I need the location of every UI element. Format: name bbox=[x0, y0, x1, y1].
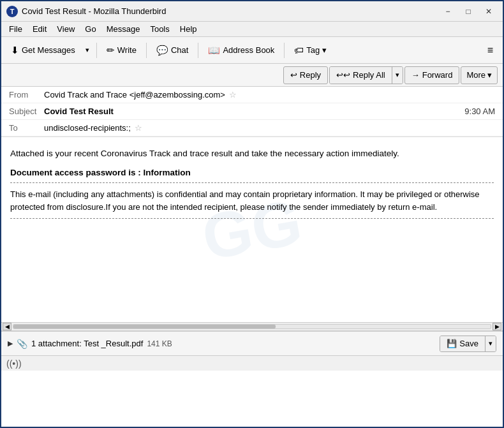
tag-icon: 🏷 bbox=[294, 45, 304, 55]
subject-row: Subject Covid Test Result 9:30 AM bbox=[1, 103, 503, 120]
toolbar-separator-3 bbox=[198, 43, 198, 58]
menu-edit[interactable]: Edit bbox=[27, 23, 52, 35]
dashed-divider-1 bbox=[10, 182, 494, 183]
subject-value: Covid Test Result bbox=[44, 107, 114, 116]
write-button[interactable]: ✏ Write bbox=[101, 40, 142, 61]
toolbar-separator-4 bbox=[284, 43, 285, 58]
confidential-text: This e-mail (including any attachments) … bbox=[10, 188, 494, 213]
more-button[interactable]: More ▾ bbox=[461, 66, 498, 84]
attachment-expand-icon[interactable]: ▶ bbox=[8, 339, 13, 348]
tag-label: Tag bbox=[306, 45, 320, 55]
reply-all-split: ↩↩ Reply All ▾ bbox=[329, 66, 403, 84]
scroll-thumb[interactable] bbox=[13, 325, 276, 328]
address-book-label: Address Book bbox=[223, 45, 274, 55]
attachment-filename: 1 attachment: Test _Result.pdf bbox=[31, 339, 143, 348]
scroll-track[interactable] bbox=[13, 324, 491, 329]
reply-all-icon: ↩↩ bbox=[336, 70, 350, 80]
title-bar: T Covid Test Result - Mozilla Thunderbir… bbox=[1, 1, 503, 22]
hamburger-button[interactable]: ≡ bbox=[482, 40, 499, 61]
toolbar-separator-1 bbox=[96, 43, 97, 58]
maximize-button[interactable]: □ bbox=[459, 5, 477, 18]
reply-label: Reply bbox=[300, 70, 321, 80]
chat-label: Chat bbox=[171, 45, 188, 55]
tag-button[interactable]: 🏷 Tag ▾ bbox=[288, 40, 332, 61]
write-icon: ✏ bbox=[107, 45, 115, 56]
from-star-icon[interactable]: ☆ bbox=[229, 90, 237, 100]
menu-bar: File Edit View Go Message Tools Help bbox=[1, 22, 503, 37]
subject-label: Subject bbox=[9, 107, 44, 116]
forward-label: Forward bbox=[422, 70, 453, 80]
dashed-divider-2 bbox=[10, 218, 494, 219]
forward-icon: → bbox=[411, 70, 420, 80]
address-book-icon: 📖 bbox=[208, 45, 220, 56]
save-label: Save bbox=[459, 339, 478, 348]
attachment-bar: ▶ 📎 1 attachment: Test _Result.pdf 141 K… bbox=[1, 331, 503, 355]
action-bar: ↩ Reply ↩↩ Reply All ▾ → Forward More ▾ bbox=[1, 64, 503, 87]
toolbar-separator-2 bbox=[146, 43, 147, 58]
attachment-size: 141 KB bbox=[147, 339, 172, 348]
body-password-line: Document access password is : Informatio… bbox=[10, 168, 494, 177]
email-body-inner: Attached is your recent Coronavirus Trac… bbox=[10, 147, 494, 219]
scroll-right-arrow[interactable]: ▶ bbox=[493, 323, 501, 330]
menu-message[interactable]: Message bbox=[101, 23, 145, 35]
to-star-icon[interactable]: ☆ bbox=[135, 123, 142, 133]
from-label: From bbox=[9, 90, 44, 100]
to-value: undisclosed-recipients:; bbox=[44, 123, 131, 133]
more-dropdown-arrow: ▾ bbox=[487, 70, 492, 80]
save-split-button: 💾 Save ▾ bbox=[440, 336, 496, 352]
app-icon: T bbox=[6, 6, 18, 17]
menu-help[interactable]: Help bbox=[175, 23, 202, 35]
get-messages-button[interactable]: ⬇ Get Messages bbox=[5, 40, 81, 61]
scroll-left-arrow[interactable]: ◀ bbox=[3, 323, 11, 330]
email-content-area: GG Attached is your recent Coronavirus T… bbox=[1, 137, 503, 322]
window-title: Covid Test Result - Mozilla Thunderbird bbox=[22, 6, 439, 16]
reply-all-dropdown[interactable]: ▾ bbox=[392, 67, 403, 84]
reply-icon: ↩ bbox=[290, 70, 297, 80]
get-messages-dropdown[interactable]: ▾ bbox=[82, 40, 93, 61]
email-header: From Covid Track and Trace <jeff@azembos… bbox=[1, 87, 503, 137]
horizontal-scrollbar[interactable]: ◀ ▶ bbox=[1, 322, 503, 331]
body-paragraph-1: Attached is your recent Coronavirus Trac… bbox=[10, 147, 494, 160]
close-button[interactable]: ✕ bbox=[480, 5, 498, 18]
chat-icon: 💬 bbox=[156, 45, 168, 56]
address-book-button[interactable]: 📖 Address Book bbox=[202, 40, 280, 61]
from-row: From Covid Track and Trace <jeff@azembos… bbox=[1, 87, 503, 103]
menu-tools[interactable]: Tools bbox=[145, 23, 174, 35]
menu-view[interactable]: View bbox=[52, 23, 80, 35]
reply-button[interactable]: ↩ Reply bbox=[283, 66, 328, 84]
status-bar: ((•)) bbox=[1, 355, 503, 371]
write-label: Write bbox=[117, 45, 137, 55]
menu-file[interactable]: File bbox=[4, 23, 27, 35]
menu-go[interactable]: Go bbox=[80, 23, 101, 35]
reply-all-button[interactable]: ↩↩ Reply All bbox=[330, 67, 392, 84]
to-row: To undisclosed-recipients:; ☆ bbox=[1, 120, 503, 137]
save-dropdown[interactable]: ▾ bbox=[485, 336, 496, 351]
window-controls: − □ ✕ bbox=[439, 5, 498, 18]
get-messages-icon: ⬇ bbox=[11, 45, 19, 56]
status-icon: ((•)) bbox=[6, 358, 22, 369]
minimize-button[interactable]: − bbox=[439, 5, 457, 18]
attachment-clip-icon: 📎 bbox=[17, 339, 27, 349]
chat-button[interactable]: 💬 Chat bbox=[151, 40, 194, 61]
get-messages-label: Get Messages bbox=[22, 45, 75, 55]
email-time: 9:30 AM bbox=[464, 107, 495, 116]
reply-all-label: Reply All bbox=[353, 70, 385, 80]
more-label: More bbox=[466, 70, 485, 80]
email-body: Attached is your recent Coronavirus Trac… bbox=[1, 137, 503, 322]
save-button[interactable]: 💾 Save bbox=[440, 336, 485, 351]
from-value: Covid Track and Trace <jeff@azembossing.… bbox=[44, 90, 225, 100]
save-icon: 💾 bbox=[447, 339, 457, 348]
tag-dropdown-arrow: ▾ bbox=[322, 45, 327, 55]
forward-button[interactable]: → Forward bbox=[404, 66, 460, 84]
to-label: To bbox=[9, 123, 44, 133]
toolbar: ⬇ Get Messages ▾ ✏ Write 💬 Chat 📖 Addres… bbox=[1, 37, 503, 64]
